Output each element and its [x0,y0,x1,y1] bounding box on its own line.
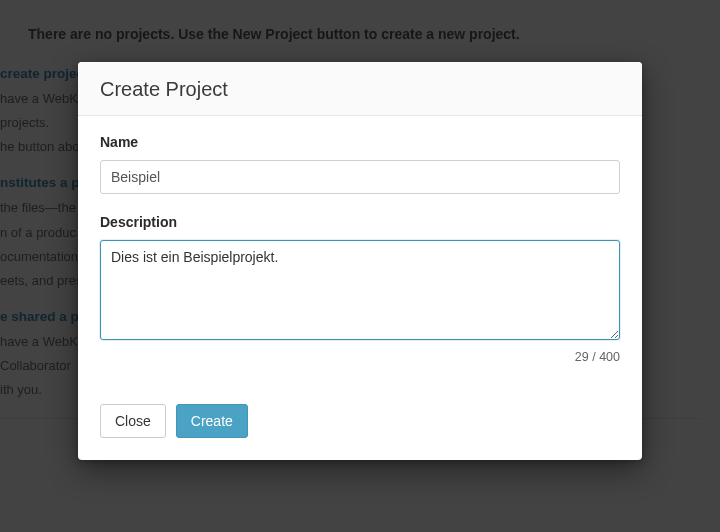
description-textarea[interactable] [100,240,620,340]
name-input[interactable] [100,160,620,194]
modal-header: Create Project [78,62,642,116]
modal-body: Name Description 29 / 400 [78,116,642,390]
description-field-group: Description 29 / 400 [100,214,620,364]
char-counter: 29 / 400 [100,350,620,364]
modal-footer: Close Create [78,390,642,460]
name-field-group: Name [100,134,620,194]
close-button[interactable]: Close [100,404,166,438]
modal-title: Create Project [100,78,620,101]
create-button[interactable]: Create [176,404,248,438]
description-label: Description [100,214,620,230]
name-label: Name [100,134,620,150]
create-project-modal: Create Project Name Description 29 / 400… [78,62,642,460]
